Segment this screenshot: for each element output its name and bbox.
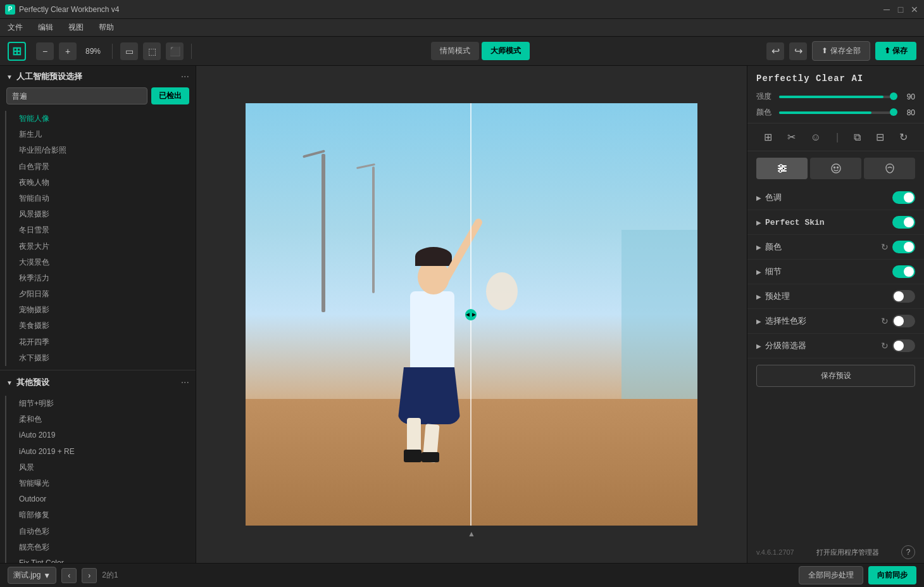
other-preset-10[interactable]: Fix Tint Color	[9, 555, 196, 563]
preset-item-3[interactable]: 白色背景	[9, 159, 196, 175]
preset-item-10[interactable]: 秋季活力	[9, 270, 196, 286]
toggle-selective[interactable]	[892, 315, 915, 327]
crop-icon[interactable]: ✂	[785, 129, 798, 146]
other-preset-5[interactable]: 智能曝光	[9, 476, 196, 491]
preset-item-8[interactable]: 夜景大片	[9, 239, 196, 255]
strength-thumb[interactable]	[890, 92, 897, 100]
toggle-preprocess[interactable]	[892, 290, 915, 303]
app-manager-link[interactable]: 打开应用程序管理器	[816, 548, 879, 557]
sep-icon: |	[833, 129, 841, 146]
close-button[interactable]: ✕	[910, 5, 919, 14]
color-track[interactable]	[779, 111, 895, 114]
preset-item-7[interactable]: 冬日雪景	[9, 222, 196, 238]
preset-item-2[interactable]: 毕业照/合影照	[9, 142, 196, 158]
master-mode-button[interactable]: 大师模式	[482, 42, 530, 60]
girl-figure	[372, 196, 499, 462]
other-preset-6[interactable]: Outdoor	[9, 491, 196, 507]
other-preset-2[interactable]: iAuto 2019	[9, 427, 196, 443]
panel-detail[interactable]: ▶ 细节	[747, 260, 924, 284]
minimize-button[interactable]: ─	[882, 5, 891, 14]
preset-select[interactable]: 普遍	[6, 87, 147, 104]
layers-icon[interactable]: ⧉	[851, 129, 863, 146]
file-selector[interactable]: 测试.jpg ▼	[8, 567, 56, 584]
undo-button[interactable]: ↩	[766, 42, 784, 60]
panel-grade-filter[interactable]: ▶ 分级筛选器 ↻	[747, 334, 924, 358]
menu-edit[interactable]: 编辑	[35, 21, 56, 34]
refresh-icon[interactable]: ↻	[897, 129, 910, 146]
menu-view[interactable]: 视图	[66, 21, 86, 34]
nav-prev-button[interactable]: ‹	[61, 568, 77, 583]
menu-help[interactable]: 帮助	[96, 21, 116, 34]
toggle-perfect-skin[interactable]	[892, 216, 915, 229]
other-section-arrow[interactable]: ▼	[6, 379, 13, 386]
panel-label-detail: 细节	[765, 266, 892, 277]
other-preset-7[interactable]: 暗部修复	[9, 507, 196, 523]
toggle-detail[interactable]	[892, 265, 915, 278]
zoom-out-button[interactable]: −	[36, 42, 54, 60]
strength-track[interactable]	[779, 96, 895, 98]
panel-perfect-skin[interactable]: ▶ Perfect Skin	[747, 210, 924, 235]
version-row: v.4.6.1.2707 打开应用程序管理器 ?	[747, 541, 924, 563]
save-button[interactable]: ⬆ 保存	[875, 42, 916, 60]
menubar: 文件 编辑 视图 帮助	[0, 19, 924, 37]
compare-icon[interactable]: ⊟	[873, 129, 887, 146]
save-all-button[interactable]: ⬆ 保存全部	[812, 41, 870, 61]
nav-next-button[interactable]: ›	[82, 568, 97, 583]
batch-process-button[interactable]: 全部同步处理	[799, 566, 863, 584]
preset-item-14[interactable]: 花开四季	[9, 334, 196, 350]
zoom-in-button[interactable]: +	[59, 42, 77, 60]
preset-item-5[interactable]: 智能自动	[9, 191, 196, 206]
svg-point-3	[780, 165, 782, 167]
other-preset-9[interactable]: 靓亮色彩	[9, 540, 196, 555]
detect-button[interactable]: 已检出	[151, 87, 189, 104]
refresh-grade-icon[interactable]: ↻	[881, 341, 889, 351]
tab-face[interactable]	[810, 158, 861, 179]
preset-item-11[interactable]: 夕阳日落	[9, 286, 196, 302]
forward-sync-button[interactable]: 向前同步	[868, 566, 916, 584]
other-preset-3[interactable]: iAuto 2019 + RE	[9, 444, 196, 460]
tab-adjustments[interactable]	[756, 158, 808, 179]
color-thumb[interactable]	[890, 108, 897, 116]
photo-container: ◄► ▲	[246, 103, 697, 526]
help-button[interactable]: ?	[901, 545, 915, 559]
other-preset-1[interactable]: 柔和色	[9, 412, 196, 427]
preset-item-6[interactable]: 风景摄影	[9, 206, 196, 222]
grid-icon[interactable]: ⊞	[761, 129, 775, 146]
refresh-selective-icon[interactable]: ↻	[881, 316, 889, 326]
split-handle[interactable]: ◄►	[465, 309, 477, 320]
preset-item-1[interactable]: 新生儿	[9, 127, 196, 142]
toggle-color[interactable]	[892, 241, 915, 253]
toggle-color-tone[interactable]	[892, 191, 915, 204]
maximize-button[interactable]: □	[896, 5, 905, 14]
tab-skin[interactable]	[864, 158, 915, 179]
panel-selective-color[interactable]: ▶ 选择性色彩 ↻	[747, 309, 924, 334]
preset-item-12[interactable]: 宠物摄影	[9, 302, 196, 318]
face-icon[interactable]: ☺	[808, 129, 823, 146]
preset-item-4[interactable]: 夜晚人物	[9, 175, 196, 191]
panel-color[interactable]: ▶ 颜色 ↻	[747, 235, 924, 260]
ai-section-arrow[interactable]: ▼	[6, 73, 13, 80]
other-preset-8[interactable]: 自动色彩	[9, 524, 196, 540]
app-title: Perfectly Clear Workbench v4	[19, 5, 882, 14]
ai-section-more[interactable]: ···	[181, 71, 189, 82]
frame-btn-1[interactable]: ▭	[120, 42, 138, 60]
preset-item-15[interactable]: 水下摄影	[9, 350, 196, 366]
save-preset-button[interactable]: 保存预设	[756, 365, 915, 387]
redo-button[interactable]: ↪	[789, 42, 807, 60]
other-preset-0[interactable]: 细节+明影	[9, 396, 196, 412]
panel-color-tone[interactable]: ▶ 色调	[747, 186, 924, 210]
preset-item-9[interactable]: 大漠景色	[9, 255, 196, 270]
other-preset-4[interactable]: 风景	[9, 460, 196, 476]
other-section-more[interactable]: ···	[181, 377, 189, 388]
menu-file[interactable]: 文件	[5, 21, 25, 34]
simple-mode-button[interactable]: 情简模式	[431, 42, 479, 60]
svg-point-5	[779, 170, 782, 172]
preset-item-0[interactable]: 智能人像	[9, 111, 196, 127]
preset-item-13[interactable]: 美食摄影	[9, 318, 196, 334]
panel-preprocess[interactable]: ▶ 预处理	[747, 284, 924, 309]
refresh-color-icon[interactable]: ↻	[881, 242, 889, 252]
frame-btn-2[interactable]: ⬚	[143, 42, 161, 60]
frame-btn-3[interactable]: ⬛	[166, 42, 184, 60]
file-name: 测试.jpg	[13, 570, 41, 581]
toggle-grade[interactable]	[892, 339, 915, 352]
